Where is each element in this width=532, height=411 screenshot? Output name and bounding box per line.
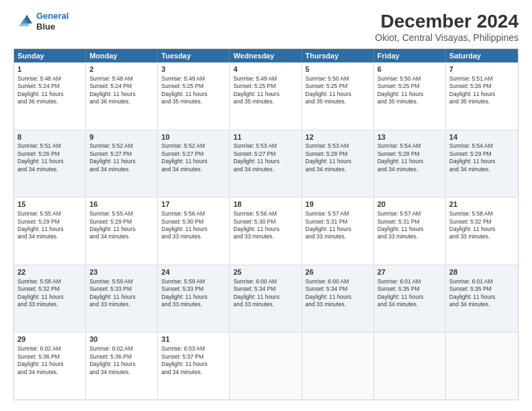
calendar-header: SundayMondayTuesdayWednesdayThursdayFrid… — [14, 49, 518, 62]
day-cell-31: 31Sunrise: 6:03 AMSunset: 5:37 PMDayligh… — [158, 332, 230, 400]
day-info-line: and 34 minutes. — [89, 166, 154, 173]
day-info-line: Sunset: 5:25 PM — [233, 83, 298, 90]
day-info-line: Daylight: 11 hours — [449, 226, 515, 233]
day-number: 12 — [306, 132, 370, 142]
day-info-line: Sunset: 5:26 PM — [449, 83, 515, 90]
day-number: 10 — [161, 132, 226, 142]
day-info-line: Daylight: 11 hours — [17, 226, 82, 233]
day-info-line: Daylight: 11 hours — [17, 158, 82, 165]
day-number: 5 — [306, 64, 370, 75]
day-number: 19 — [306, 199, 370, 210]
day-cell-30: 30Sunrise: 6:02 AMSunset: 5:36 PMDayligh… — [86, 332, 158, 400]
header-day-saturday: Saturday — [446, 49, 518, 62]
day-cell-24: 24Sunrise: 5:59 AMSunset: 5:33 PMDayligh… — [158, 265, 230, 332]
day-info-line: Daylight: 11 hours — [233, 91, 298, 98]
day-number: 9 — [89, 132, 154, 142]
day-info-line: Sunset: 5:35 PM — [378, 285, 442, 293]
day-cell-16: 16Sunrise: 5:55 AMSunset: 5:29 PMDayligh… — [86, 197, 158, 265]
day-info-line: Sunset: 5:25 PM — [378, 83, 442, 90]
header-day-friday: Friday — [374, 49, 446, 62]
day-info-line: Sunrise: 6:01 AM — [378, 278, 442, 285]
day-info-line: and 34 minutes. — [161, 166, 226, 173]
day-info-line: Sunrise: 5:52 AM — [89, 142, 154, 150]
day-info-line: and 34 minutes. — [449, 166, 515, 173]
day-number: 1 — [17, 64, 82, 75]
day-info-line: and 33 minutes. — [233, 233, 298, 240]
day-info-line: and 34 minutes. — [233, 166, 298, 173]
day-info-line: and 34 minutes. — [89, 233, 154, 240]
day-cell-20: 20Sunrise: 5:57 AMSunset: 5:31 PMDayligh… — [374, 197, 446, 265]
header-day-sunday: Sunday — [14, 49, 86, 62]
day-cell-27: 27Sunrise: 6:01 AMSunset: 5:35 PMDayligh… — [374, 265, 446, 332]
day-number: 8 — [17, 132, 82, 142]
day-info-line: Sunrise: 5:49 AM — [161, 75, 226, 83]
day-info-line: Sunset: 5:37 PM — [161, 353, 226, 361]
day-number: 11 — [233, 132, 298, 142]
day-info-line: Daylight: 11 hours — [89, 293, 154, 301]
day-info-line: Daylight: 11 hours — [161, 293, 226, 301]
day-number: 20 — [378, 199, 442, 210]
day-cell-28: 28Sunrise: 6:01 AMSunset: 5:35 PMDayligh… — [446, 265, 518, 332]
day-cell-17: 17Sunrise: 5:56 AMSunset: 5:30 PMDayligh… — [158, 197, 230, 265]
subtitle: Okiot, Central Visayas, Philippines — [375, 32, 519, 43]
day-info-line: Daylight: 11 hours — [17, 91, 82, 98]
day-info-line: Daylight: 11 hours — [306, 293, 370, 301]
calendar: SundayMondayTuesdayWednesdayThursdayFrid… — [13, 48, 519, 400]
day-cell-25: 25Sunrise: 6:00 AMSunset: 5:34 PMDayligh… — [230, 265, 302, 332]
logo-text: General Blue — [36, 11, 69, 32]
day-info-line: Sunset: 5:29 PM — [89, 218, 154, 226]
day-number: 28 — [449, 267, 515, 277]
day-number: 7 — [449, 64, 515, 75]
day-info-line: Sunrise: 5:53 AM — [233, 142, 298, 150]
day-info-line: Sunset: 5:29 PM — [449, 150, 515, 158]
day-info-line: and 34 minutes. — [161, 369, 226, 376]
logo: General Blue — [13, 11, 69, 32]
day-info-line: Sunrise: 5:53 AM — [306, 142, 370, 150]
day-number: 14 — [449, 132, 515, 142]
day-info-line: Sunrise: 6:00 AM — [233, 278, 298, 285]
day-info-line: Sunrise: 5:56 AM — [161, 210, 226, 218]
day-info-line: Sunset: 5:25 PM — [161, 83, 226, 90]
day-info-line: and 35 minutes. — [449, 98, 515, 105]
day-info-line: Sunrise: 5:49 AM — [233, 75, 298, 83]
day-number: 18 — [233, 199, 298, 210]
header: General Blue December 2024 Okiot, Centra… — [13, 11, 519, 43]
day-info-line: Daylight: 11 hours — [233, 158, 298, 165]
day-info-line: Sunrise: 5:50 AM — [306, 75, 370, 83]
day-number: 29 — [17, 334, 82, 345]
day-info-line: Sunset: 5:32 PM — [17, 285, 82, 293]
day-info-line: Sunset: 5:27 PM — [89, 150, 154, 158]
day-info-line: Sunrise: 5:55 AM — [89, 210, 154, 218]
day-number: 30 — [89, 334, 154, 345]
day-info-line: Daylight: 11 hours — [161, 361, 226, 368]
day-info-line: and 33 minutes. — [233, 301, 298, 308]
day-info-line: Daylight: 11 hours — [161, 158, 226, 165]
day-info-line: Daylight: 11 hours — [89, 91, 154, 98]
day-info-line: Sunrise: 5:58 AM — [449, 210, 515, 218]
day-info-line: Sunrise: 5:57 AM — [306, 210, 370, 218]
day-number: 6 — [378, 64, 442, 75]
day-info-line: Daylight: 11 hours — [378, 226, 442, 233]
day-info-line: Sunrise: 5:56 AM — [233, 210, 298, 218]
day-number: 26 — [306, 267, 370, 277]
day-info-line: and 36 minutes. — [89, 98, 154, 105]
day-cell-8: 8Sunrise: 5:51 AMSunset: 5:26 PMDaylight… — [14, 130, 86, 197]
day-info-line: and 33 minutes. — [306, 301, 370, 308]
day-info-line: and 33 minutes. — [161, 301, 226, 308]
day-number: 24 — [161, 267, 226, 277]
day-info-line: and 33 minutes. — [378, 233, 442, 240]
day-info-line: Daylight: 11 hours — [89, 361, 154, 368]
day-number: 3 — [161, 64, 226, 75]
day-info-line: Sunrise: 5:48 AM — [17, 75, 82, 83]
day-cell-15: 15Sunrise: 5:55 AMSunset: 5:29 PMDayligh… — [14, 197, 86, 265]
day-info-line: Sunset: 5:30 PM — [161, 218, 226, 226]
day-info-line: Sunset: 5:26 PM — [17, 150, 82, 158]
day-info-line: Daylight: 11 hours — [161, 226, 226, 233]
day-info-line: Sunset: 5:36 PM — [89, 353, 154, 361]
day-info-line: and 34 minutes. — [306, 166, 370, 173]
day-info-line: Sunrise: 5:51 AM — [17, 142, 82, 150]
day-cell-10: 10Sunrise: 5:52 AMSunset: 5:27 PMDayligh… — [158, 130, 230, 197]
day-info-line: and 33 minutes. — [161, 233, 226, 240]
day-info-line: and 34 minutes. — [378, 166, 442, 173]
day-cell-21: 21Sunrise: 5:58 AMSunset: 5:32 PMDayligh… — [446, 197, 518, 265]
